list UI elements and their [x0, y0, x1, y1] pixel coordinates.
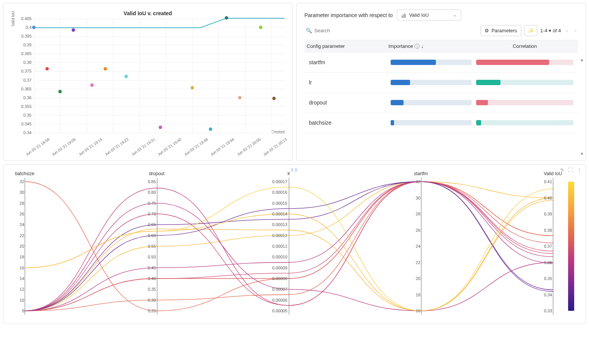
parallel-axis-label[interactable]: startfm — [414, 171, 428, 176]
parallel-tick: 0.55 — [148, 244, 156, 248]
col-header-importance[interactable]: Importance i ↓ — [386, 40, 472, 52]
param-name: dropout — [307, 97, 388, 109]
parallel-tick: 0.45 — [148, 266, 156, 270]
wand-icon: ✨ — [528, 28, 534, 33]
scatter-point[interactable] — [72, 28, 75, 32]
y-tick: 0.36 — [24, 95, 34, 100]
parallel-tick: 0.00010 — [272, 255, 287, 259]
parallel-tick: 0.35 — [544, 276, 552, 281]
parallel-axis-label[interactable]: batchsize — [15, 171, 35, 176]
x-tick: Jun 03 '21 20:13 — [263, 137, 288, 157]
pager: 1-4 ▾ of 4 ‹ › — [540, 26, 578, 35]
parallel-tick: 20 — [416, 276, 420, 281]
importance-row[interactable]: lr — [304, 73, 578, 93]
parallel-tick: 0.50 — [148, 255, 156, 259]
scatter-point[interactable] — [190, 86, 194, 90]
parallel-tick: 0.30 — [148, 298, 156, 302]
parallel-axis-label[interactable]: dropout — [149, 171, 165, 176]
param-name: lr — [307, 76, 388, 89]
y-tick: 0.39 — [24, 43, 34, 47]
parallel-tick: 0.25 — [148, 309, 156, 313]
sort-desc-icon: ↓ — [421, 43, 424, 49]
scatter-point[interactable] — [45, 67, 49, 70]
parallel-tick: 0.80 — [148, 190, 156, 195]
scatter-point[interactable] — [225, 16, 228, 19]
importance-row[interactable]: dropout — [304, 93, 578, 113]
param-name: batchsize — [307, 117, 388, 129]
scatter-point[interactable] — [238, 96, 241, 99]
x-tick: Jun 03 '21 19:15 — [78, 137, 103, 157]
scatter-point[interactable] — [103, 67, 107, 70]
parallel-tick: 22 — [416, 260, 420, 265]
scatter-point[interactable] — [272, 97, 276, 100]
x-tick: Jun 03 '21 18:58 — [25, 137, 50, 157]
parallel-tick: 0.00008 — [272, 276, 287, 281]
x-tick: Jun 03 '21 20:05 — [236, 137, 261, 157]
info-icon[interactable]: i — [415, 44, 420, 49]
x-tick: Jun 03 '21 19:06 — [51, 137, 77, 157]
parallel-tick: 0.00006 — [272, 298, 287, 302]
scatter-point[interactable] — [90, 84, 93, 87]
x-tick: Jun 03 '21 19:56 — [210, 137, 235, 157]
parallel-axis-label[interactable]: lr — [288, 171, 290, 176]
parallel-tick: 28 — [20, 201, 24, 206]
parallel-tick: 0.00005 — [272, 309, 287, 313]
y-tick: 0.385 — [21, 51, 34, 56]
more-icon[interactable]: ⋮ — [577, 167, 582, 173]
col-header-correlation[interactable]: Correlation — [472, 40, 578, 52]
parallel-tick: 8 — [22, 309, 24, 313]
scatter-point[interactable] — [32, 26, 36, 29]
parallel-tick: 32 — [416, 179, 420, 184]
col-header-param[interactable]: Config parameter — [304, 40, 386, 52]
scroll-up-icon: ▴ — [581, 57, 583, 62]
importance-row[interactable]: batchsize — [304, 113, 578, 133]
parallel-tick: 0.85 — [148, 179, 156, 184]
metric-select[interactable]: Valid IoU ⌄ — [397, 9, 461, 21]
parallel-tick: 0.60 — [148, 233, 156, 238]
parallel-tick: 0.34 — [544, 293, 552, 297]
scroll-down-icon: ▾ — [581, 151, 583, 157]
parameters-button[interactable]: ⚙ Parameters — [480, 25, 521, 36]
scatter-point[interactable] — [125, 75, 128, 78]
pager-prev-button[interactable]: ‹ — [565, 26, 569, 35]
chevron-down-icon: ⌄ — [453, 13, 456, 17]
parallel-tick: 0.65 — [148, 222, 156, 227]
scatter-point[interactable] — [209, 127, 212, 131]
pager-next-button[interactable]: › — [573, 26, 578, 35]
importance-heading: Parameter importance with respect to — [304, 12, 393, 18]
gear-icon: ⚙ — [484, 28, 489, 33]
parallel-tick: 12 — [20, 287, 24, 291]
parallel-axis-label[interactable]: Valid IoU — [544, 171, 562, 176]
drag-handle-icon[interactable]: ⠿⠿ — [291, 168, 298, 173]
y-tick: 0.405 — [21, 16, 34, 21]
parallel-tick: 24 — [416, 244, 420, 248]
fullscreen-icon[interactable]: ⛶ — [568, 167, 573, 173]
x-tick: Jun 03 '21 19:31 — [130, 137, 156, 157]
parallel-tick: 30 — [20, 190, 24, 195]
importance-table-header: Config parameter Importance i ↓ Correlat… — [304, 40, 578, 52]
parallel-tick: 0.00017 — [272, 179, 287, 184]
importance-row[interactable]: startfm — [304, 52, 578, 73]
parallel-tick: 16 — [416, 309, 420, 313]
parallel-tick: 0.00015 — [272, 201, 287, 206]
vertical-scrollbar[interactable]: ▴ ▾ — [579, 57, 585, 157]
parallel-tick: 0.38 — [544, 228, 552, 233]
parallel-tick: 0.00013 — [272, 222, 287, 227]
x-tick: Jun 03 '21 19:40 — [157, 137, 182, 157]
scatter-x-label: Created — [271, 130, 285, 134]
search-input[interactable] — [304, 25, 477, 36]
y-tick: 0.37 — [24, 78, 34, 82]
scatter-title: Valid IoU v. created — [3, 3, 292, 19]
magic-wand-button[interactable]: ✨ — [524, 25, 537, 36]
parallel-tick: 22 — [20, 233, 24, 238]
scatter-panel: Valid IoU v. created Valid IoU Created 0… — [3, 3, 293, 161]
scatter-point[interactable] — [159, 126, 162, 129]
y-tick: 0.355 — [21, 104, 34, 109]
parallel-panel: ⠿⠿ ✎ ⛶ ⋮ batchsize8101214161820222426283… — [3, 165, 586, 324]
parallel-tick: 26 — [416, 228, 420, 233]
parallel-tick: 10 — [20, 298, 24, 302]
scatter-point[interactable] — [259, 26, 263, 29]
scatter-point[interactable] — [59, 90, 62, 93]
y-tick: 0.345 — [21, 122, 34, 126]
param-name: startfm — [307, 56, 388, 68]
